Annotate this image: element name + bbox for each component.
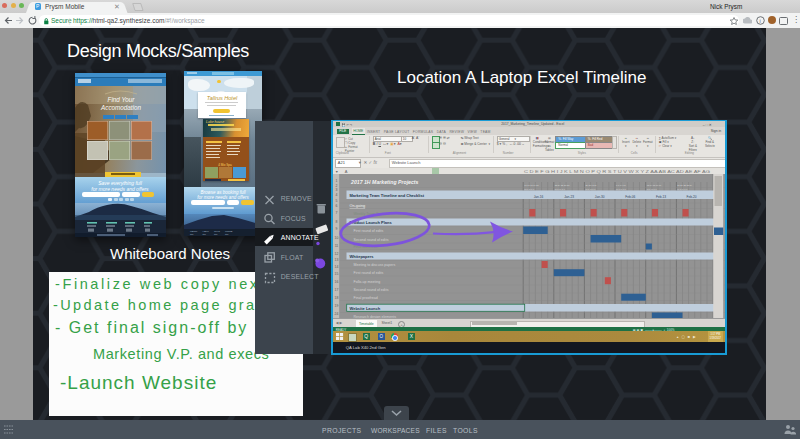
svg-text:M T W T F: M T W T F (524, 188, 535, 190)
svg-text:Final proofread: Final proofread (353, 296, 377, 300)
svg-text:1: 1 (335, 179, 337, 183)
svg-text:5: 5 (335, 199, 337, 203)
svg-text:Feb-20: Feb-20 (686, 195, 696, 199)
svg-text:23 24 25 26 27: 23 24 25 26 27 (555, 184, 570, 186)
svg-text:i: i (759, 18, 760, 24)
svg-text:16 17 18 19 20: 16 17 18 19 20 (524, 184, 539, 186)
svg-text:17: 17 (334, 288, 338, 292)
svg-text:M T W T F: M T W T F (646, 188, 657, 190)
svg-text:16: 16 (334, 280, 338, 284)
svg-text:Jan-16: Jan-16 (533, 195, 543, 199)
svg-text:4: 4 (335, 193, 337, 197)
svg-text:Jan-23: Jan-23 (564, 195, 574, 199)
svg-text:2017 1H Marketing Projects: 2017 1H Marketing Projects (350, 179, 419, 185)
svg-text:19: 19 (334, 304, 338, 308)
svg-text:18: 18 (334, 296, 338, 300)
svg-text:M T W T F: M T W T F (555, 188, 566, 190)
svg-text:Jan-30: Jan-30 (595, 195, 605, 199)
svg-text:Website Launch: Website Launch (349, 306, 380, 311)
svg-text:C D E F G H I J K L M N O P Q: C D E F G H I J K L M N O P Q R S T U V … (524, 170, 710, 174)
svg-text:Marketing Team Timeline and Ch: Marketing Team Timeline and Checklist (349, 193, 424, 198)
svg-text:Feb-06: Feb-06 (625, 195, 635, 199)
svg-text:Follo-up meeting: Follo-up meeting (353, 280, 380, 284)
svg-text:30 31 1 2 3: 30 31 1 2 3 (585, 184, 597, 186)
svg-text:13 14 15 16 17: 13 14 15 16 17 (646, 184, 661, 186)
svg-text:Second round of edits: Second round of edits (353, 288, 388, 292)
svg-text:M T W T F: M T W T F (585, 188, 596, 190)
svg-text:M T W T F: M T W T F (616, 188, 627, 190)
svg-text:6 7 8 9 10: 6 7 8 9 10 (616, 184, 627, 186)
svg-text:20 21 22 23 24: 20 21 22 23 24 (677, 184, 692, 186)
svg-text:Feb-13: Feb-13 (656, 195, 666, 199)
svg-text:M T W T F: M T W T F (677, 188, 688, 190)
svg-text:3: 3 (335, 188, 337, 192)
svg-text:24: 24 (334, 312, 338, 316)
